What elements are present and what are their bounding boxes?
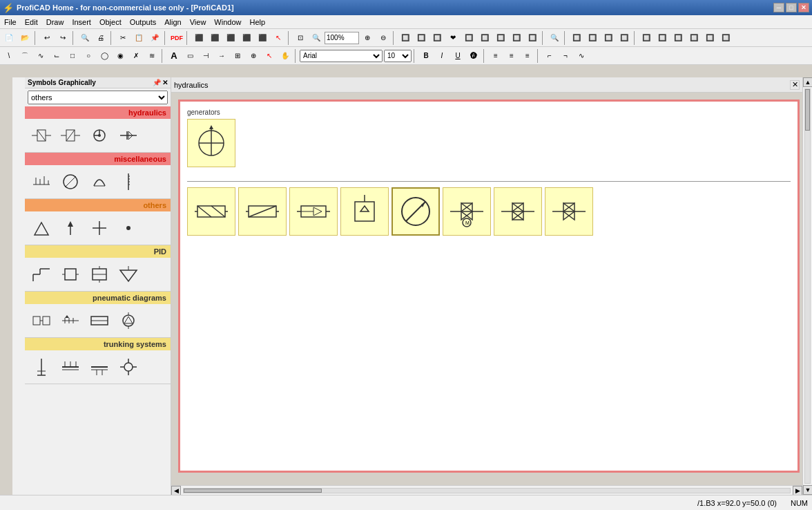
sidebar-close-button[interactable]: ✕ [162, 79, 168, 86]
draw-circle-button[interactable]: ◯ [97, 48, 112, 64]
canvas-sym-1[interactable] [187, 187, 235, 236]
zoom-fit-button[interactable]: ⊡ [293, 30, 308, 46]
tb-btn17[interactable]: 🔲 [670, 30, 686, 46]
sym-pid-4[interactable] [115, 261, 142, 288]
sidebar-pin-button[interactable]: 📌 [153, 79, 161, 86]
sym-hyd-1[interactable] [28, 122, 55, 149]
canvas-sym-3[interactable] [289, 187, 338, 236]
draw-line-button[interactable]: \ [1, 48, 17, 64]
menu-draw[interactable]: Draw [42, 17, 68, 28]
cut-button[interactable]: ✂ [115, 30, 130, 46]
zoom-minus-button[interactable]: ⊖ [376, 30, 391, 46]
h-scrollbar-track[interactable] [183, 488, 791, 493]
sym-trunk-1[interactable] [28, 353, 55, 381]
print-preview-button[interactable]: 🔍 [77, 30, 93, 46]
align-l-button[interactable]: ≡ [488, 48, 503, 64]
pan-button[interactable]: ✋ [278, 48, 293, 64]
scroll-down-button[interactable]: ▼ [803, 485, 812, 495]
menu-help[interactable]: Help [245, 17, 269, 28]
sym-pneu-3[interactable] [86, 307, 113, 334]
print-button[interactable]: 🖨 [93, 30, 108, 46]
menu-object[interactable]: Object [95, 17, 126, 28]
sym-oth-2[interactable] [57, 214, 84, 242]
undo-button[interactable]: ↩ [39, 30, 55, 46]
tb-btn16[interactable]: 🔲 [655, 30, 670, 46]
canvas-sym-2[interactable] [238, 187, 287, 236]
sym-pneu-1[interactable] [28, 307, 55, 334]
draw-poly-button[interactable]: ⌙ [49, 48, 64, 64]
tb-btn13[interactable]: 🔲 [601, 30, 616, 46]
align-c-button[interactable]: ≡ [504, 48, 519, 64]
minimize-button[interactable]: ─ [773, 3, 784, 12]
canvas-sym-8[interactable] [545, 187, 593, 236]
menu-file[interactable]: File [0, 17, 21, 28]
redo-button[interactable]: ↪ [55, 30, 70, 46]
sym-trunk-3[interactable] [86, 353, 113, 381]
menu-insert[interactable]: Insert [68, 17, 95, 28]
h-scrollbar-thumb[interactable] [184, 489, 322, 493]
tb-btn12[interactable]: 🔲 [585, 30, 600, 46]
v-scrollbar-thumb[interactable] [805, 89, 810, 131]
sym-hyd-4[interactable] [115, 122, 142, 149]
open-button[interactable]: 📂 [17, 30, 32, 46]
italic-button[interactable]: I [434, 48, 450, 64]
align-bottom-button[interactable]: ⬛ [255, 30, 270, 46]
sym-trunk-2[interactable] [57, 353, 84, 381]
maximize-button[interactable]: □ [786, 3, 797, 12]
tb2-btn3[interactable]: ∿ [574, 48, 589, 64]
paste-button[interactable]: 📌 [147, 30, 162, 46]
sym-oth-3[interactable] [86, 214, 113, 242]
sym-pid-1[interactable] [28, 261, 55, 288]
tb-btn4[interactable]: ❤ [445, 30, 461, 46]
tb-btn15[interactable]: 🔲 [639, 30, 654, 46]
canvas-sym-4[interactable] [340, 187, 389, 236]
menu-view[interactable]: View [186, 17, 211, 28]
sym-pid-2[interactable] [57, 261, 84, 288]
copy-button[interactable]: 📋 [131, 30, 146, 46]
sym-misc-3[interactable] [86, 168, 113, 196]
tb2-btn1[interactable]: ⌐ [542, 48, 557, 64]
draw-rect-button[interactable]: □ [65, 48, 80, 64]
canvas-sym-generator[interactable] [187, 119, 235, 167]
pdf-button[interactable]: PDF [169, 30, 184, 46]
drawing-canvas[interactable]: generators [178, 100, 800, 473]
font-size-select[interactable]: 10 [384, 50, 412, 62]
v-scrollbar-track[interactable] [804, 88, 811, 484]
tb-btn20[interactable]: 🔲 [718, 30, 733, 46]
menu-align[interactable]: Align [160, 17, 185, 28]
zoom-out-button[interactable]: 🔍 [309, 30, 324, 46]
zoom-in-button[interactable]: ⊕ [360, 30, 375, 46]
align-top-button[interactable]: ⬛ [239, 30, 254, 46]
h-scrollbar[interactable]: ◀ ▶ [171, 485, 802, 495]
tb2-btn2[interactable]: ¬ [558, 48, 573, 64]
tb-btn11[interactable]: 🔲 [569, 30, 584, 46]
font-family-select[interactable]: Arial [300, 50, 383, 62]
arrow-button[interactable]: → [214, 48, 229, 64]
shape-button[interactable]: ⊞ [230, 48, 245, 64]
tb-btn7[interactable]: 🔲 [493, 30, 508, 46]
sym-trunk-4[interactable] [115, 353, 142, 381]
tb-btn10[interactable]: 🔍 [547, 30, 562, 46]
draw-ellipse-button[interactable]: ○ [81, 48, 96, 64]
menu-outputs[interactable]: Outputs [126, 17, 161, 28]
align-center-button[interactable]: ⬛ [207, 30, 222, 46]
select-button[interactable]: ↖ [262, 48, 277, 64]
sym-pid-3[interactable] [86, 261, 113, 288]
tb-btn3[interactable]: 🔲 [429, 30, 445, 46]
tb-btn14[interactable]: 🔲 [617, 30, 632, 46]
align-r-button[interactable]: ≡ [520, 48, 535, 64]
sym-misc-4[interactable] [115, 168, 142, 196]
bold-button[interactable]: B [418, 48, 434, 64]
font-color-button[interactable]: 🅐 [466, 48, 481, 64]
menu-window[interactable]: Window [210, 17, 245, 28]
zoom-input[interactable] [325, 32, 359, 44]
tb-btn2[interactable]: 🔲 [414, 30, 429, 46]
sym-pneu-4[interactable] [115, 307, 142, 334]
draw-x-button[interactable]: ✗ [128, 48, 144, 64]
draw-fill-button[interactable]: ◉ [113, 48, 128, 64]
text2-button[interactable]: ▭ [182, 48, 197, 64]
sym-pneu-2[interactable] [57, 307, 84, 334]
category-dropdown[interactable]: others hydraulics miscellaneous PID pneu… [28, 91, 168, 104]
sym-hyd-3[interactable] [86, 122, 113, 149]
draw-wave-button[interactable]: ≋ [144, 48, 160, 64]
